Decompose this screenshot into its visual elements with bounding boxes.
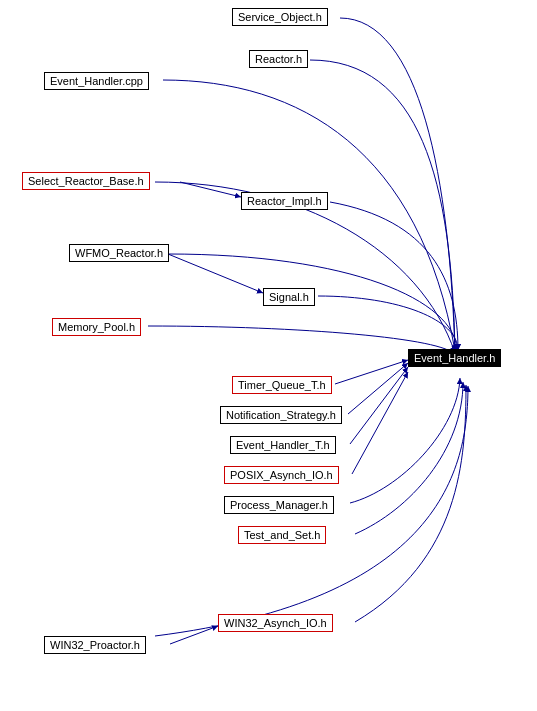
reactor-h-node: Reactor.h <box>249 50 308 68</box>
test-and-set-h-label: Test_and_Set.h <box>244 529 320 541</box>
timer-queue-t-h-label: Timer_Queue_T.h <box>238 379 326 391</box>
wfmo-reactor-h-label: WFMO_Reactor.h <box>75 247 163 259</box>
reactor-h-label: Reactor.h <box>255 53 302 65</box>
win32-proactor-h-node: WIN32_Proactor.h <box>44 636 146 654</box>
win32-asynch-io-h-label: WIN32_Asynch_IO.h <box>224 617 327 629</box>
memory-pool-h-label: Memory_Pool.h <box>58 321 135 333</box>
signal-h-node: Signal.h <box>263 288 315 306</box>
win32-proactor-h-label: WIN32_Proactor.h <box>50 639 140 651</box>
process-manager-h-label: Process_Manager.h <box>230 499 328 511</box>
reactor-impl-h-node: Reactor_Impl.h <box>241 192 328 210</box>
event-handler-t-h-node: Event_Handler_T.h <box>230 436 336 454</box>
reactor-impl-h-label: Reactor_Impl.h <box>247 195 322 207</box>
event-handler-cpp-label: Event_Handler.cpp <box>50 75 143 87</box>
select-reactor-base-h-node: Select_Reactor_Base.h <box>22 172 150 190</box>
win32-asynch-io-h-node: WIN32_Asynch_IO.h <box>218 614 333 632</box>
process-manager-h-node: Process_Manager.h <box>224 496 334 514</box>
select-reactor-base-h-label: Select_Reactor_Base.h <box>28 175 144 187</box>
posix-asynch-io-h-label: POSIX_Asynch_IO.h <box>230 469 333 481</box>
event-handler-t-h-label: Event_Handler_T.h <box>236 439 330 451</box>
timer-queue-t-h-node: Timer_Queue_T.h <box>232 376 332 394</box>
event-handler-h-node: Event_Handler.h <box>408 349 501 367</box>
test-and-set-h-node: Test_and_Set.h <box>238 526 326 544</box>
service-object-h-label: Service_Object.h <box>238 11 322 23</box>
notification-strategy-h-label: Notification_Strategy.h <box>226 409 336 421</box>
memory-pool-h-node: Memory_Pool.h <box>52 318 141 336</box>
notification-strategy-h-node: Notification_Strategy.h <box>220 406 342 424</box>
event-handler-h-label: Event_Handler.h <box>414 352 495 364</box>
event-handler-cpp-node: Event_Handler.cpp <box>44 72 149 90</box>
posix-asynch-io-h-node: POSIX_Asynch_IO.h <box>224 466 339 484</box>
service-object-h-node: Service_Object.h <box>232 8 328 26</box>
wfmo-reactor-h-node: WFMO_Reactor.h <box>69 244 169 262</box>
signal-h-label: Signal.h <box>269 291 309 303</box>
